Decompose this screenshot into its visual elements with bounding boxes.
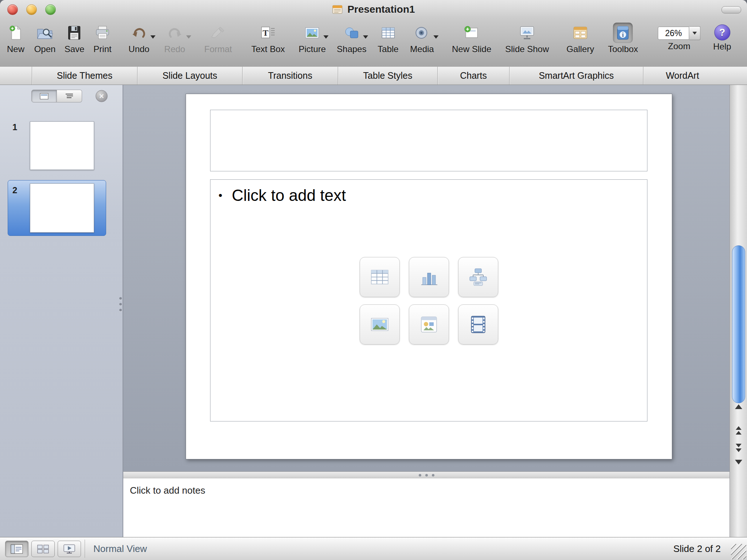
insert-media-icon xyxy=(468,314,489,335)
toolbar-label: Undo xyxy=(128,44,149,54)
tab-slide-layouts[interactable]: Slide Layouts xyxy=(137,67,242,85)
title-placeholder[interactable] xyxy=(210,110,647,171)
double-arrow-down-icon xyxy=(736,444,742,447)
tab-table-styles[interactable]: Table Styles xyxy=(338,67,437,85)
insert-clipart-button[interactable] xyxy=(409,304,449,345)
title-bar[interactable]: Presentation1 xyxy=(0,0,747,19)
toolbox-button[interactable]: i Toolbox xyxy=(608,23,638,54)
insert-clipart-icon xyxy=(418,314,440,335)
outline-view-toggle-button[interactable] xyxy=(57,90,82,102)
insert-smartart-button[interactable] xyxy=(458,257,498,297)
insert-picture-icon xyxy=(369,314,390,335)
toolbar-label: New xyxy=(6,44,26,54)
redo-arrow-icon xyxy=(165,23,185,43)
help-button[interactable]: ? Help xyxy=(713,23,731,52)
arrow-down-icon xyxy=(735,460,742,464)
slide-show-button[interactable]: Slide Show xyxy=(505,23,549,54)
redo-dropdown-arrow-icon xyxy=(186,35,191,39)
slide-sorter-icon xyxy=(37,544,49,554)
view-switcher xyxy=(5,541,81,557)
slide-editor-background: • Click to add text xyxy=(123,85,729,471)
vertical-scrollbar[interactable] xyxy=(729,85,747,537)
tab-smartart-graphics[interactable]: SmartArt Graphics xyxy=(509,67,643,85)
scroll-down-button[interactable] xyxy=(730,460,747,464)
body-placeholder[interactable]: • Click to add text xyxy=(210,179,647,421)
media-icon xyxy=(412,23,432,43)
slide-1-thumbnail[interactable] xyxy=(30,121,94,170)
insert-table-button[interactable] xyxy=(360,257,400,297)
zoom-control: 26% Zoom xyxy=(658,23,701,51)
tab-charts[interactable]: Charts xyxy=(437,67,509,85)
previous-slide-button[interactable] xyxy=(730,426,747,435)
window-title-area: Presentation1 xyxy=(0,0,747,19)
slides-view-toggle-button[interactable] xyxy=(31,90,57,102)
slide-canvas[interactable]: • Click to add text xyxy=(186,94,672,459)
double-arrow-down-icon xyxy=(736,448,742,452)
picture-button[interactable]: Picture xyxy=(299,23,326,54)
next-slide-button[interactable] xyxy=(730,444,747,452)
open-button[interactable]: Open xyxy=(34,23,56,54)
insert-table-icon xyxy=(369,267,390,288)
toolbar-toggle-pill[interactable] xyxy=(721,6,741,13)
shapes-dropdown-arrow-icon[interactable] xyxy=(363,35,368,39)
pane-resize-handle[interactable] xyxy=(119,297,122,311)
picture-dropdown-arrow-icon[interactable] xyxy=(324,35,329,39)
gallery-button[interactable]: Gallery xyxy=(566,23,594,54)
text-box-button[interactable]: T Text Box xyxy=(251,23,285,54)
slide-sorter-view-button[interactable] xyxy=(31,541,55,557)
toolbar-label: Open xyxy=(34,44,56,54)
shapes-icon xyxy=(342,23,361,43)
toolbar-label: Save xyxy=(65,44,85,54)
undo-dropdown-arrow-icon[interactable] xyxy=(150,35,155,39)
new-slide-icon xyxy=(462,23,481,43)
new-button[interactable]: New xyxy=(6,23,26,54)
picture-icon xyxy=(302,23,322,43)
slide-2-number: 2 xyxy=(12,185,17,195)
undo-button[interactable]: Undo xyxy=(128,23,149,54)
body-placeholder-line: • Click to add text xyxy=(218,186,346,205)
zoom-dropdown-button[interactable] xyxy=(689,26,701,40)
media-button[interactable]: Media xyxy=(410,23,434,54)
scroll-up-button[interactable] xyxy=(730,404,747,409)
shapes-button[interactable]: Shapes xyxy=(337,23,366,54)
tab-transitions[interactable]: Transitions xyxy=(242,67,338,85)
navigator-view-toggle xyxy=(31,90,82,102)
table-button[interactable]: Table xyxy=(378,23,398,54)
notes-splitter-handle[interactable] xyxy=(123,471,729,478)
tab-wordart[interactable]: WordArt xyxy=(643,67,721,85)
notes-placeholder-text: Click to add notes xyxy=(130,485,205,496)
slide-1-number: 1 xyxy=(12,122,17,132)
toolbar-label: Picture xyxy=(299,44,326,54)
new-document-icon xyxy=(6,23,26,43)
zoom-value-field[interactable]: 26% xyxy=(658,27,689,40)
slide-view-icon xyxy=(40,93,49,100)
undo-arrow-icon xyxy=(129,23,149,43)
gallery-icon xyxy=(570,23,590,43)
print-icon xyxy=(93,23,112,43)
insert-smartart-icon xyxy=(468,267,489,288)
body-placeholder-text: Click to add text xyxy=(232,186,346,205)
normal-view-button[interactable] xyxy=(5,541,28,557)
powerpoint-window: Presentation1 New xyxy=(0,0,747,560)
new-slide-button[interactable]: New Slide xyxy=(452,23,491,54)
slide-show-view-button[interactable] xyxy=(58,541,81,557)
slide-2-thumbnail[interactable] xyxy=(30,183,94,233)
status-bar: Normal View Slide 2 of 2 xyxy=(0,537,747,560)
save-button[interactable]: Save xyxy=(65,23,85,54)
insert-picture-button[interactable] xyxy=(360,304,400,345)
insert-chart-button[interactable] xyxy=(409,257,449,297)
notes-pane[interactable]: Click to add notes xyxy=(123,478,729,537)
insert-media-button[interactable] xyxy=(458,304,498,345)
open-folder-icon xyxy=(35,23,55,43)
save-floppy-icon xyxy=(65,23,84,43)
tab-slide-themes[interactable]: Slide Themes xyxy=(32,67,137,85)
print-button[interactable]: Print xyxy=(93,23,112,54)
window-resize-grip[interactable] xyxy=(731,544,746,559)
media-dropdown-arrow-icon[interactable] xyxy=(433,35,438,39)
document-icon xyxy=(332,5,343,14)
svg-text:T: T xyxy=(263,28,268,38)
scrollbar-thumb[interactable] xyxy=(732,245,745,403)
close-icon: × xyxy=(99,92,104,101)
chevron-down-icon xyxy=(693,32,697,35)
close-pane-button[interactable]: × xyxy=(96,90,108,102)
